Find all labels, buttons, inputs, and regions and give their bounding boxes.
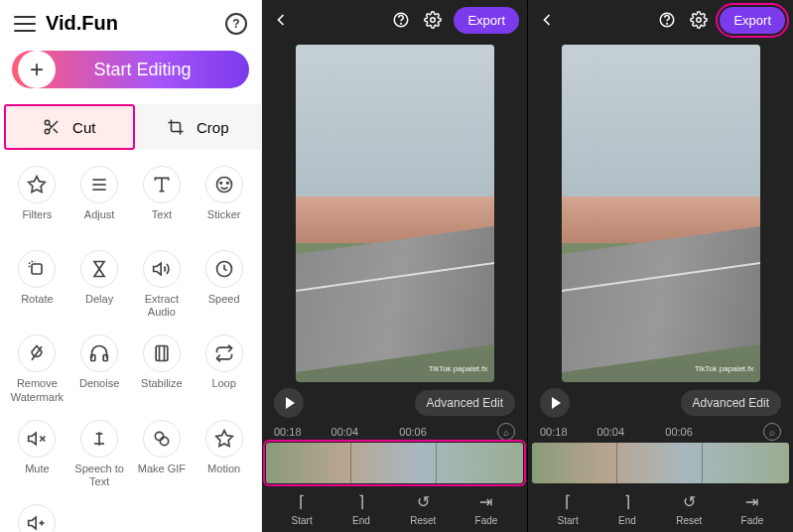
export-button[interactable]: Export xyxy=(720,7,785,34)
svg-rect-14 xyxy=(32,264,42,274)
svg-point-33 xyxy=(401,24,402,25)
plus-icon: + xyxy=(18,51,56,88)
tool-sticker[interactable]: Sticker xyxy=(193,160,255,240)
tool-label: Adjust xyxy=(84,208,115,234)
tool-mute[interactable]: Mute xyxy=(6,414,68,494)
tool-label: Mute xyxy=(25,463,49,488)
tab-crop[interactable]: Crop xyxy=(135,104,262,150)
tool-adjust[interactable]: Adjust xyxy=(68,160,131,240)
bracket-left-icon: ⌈ xyxy=(292,491,312,511)
tool-boost-volume[interactable]: Boost Volume xyxy=(6,498,68,532)
tool-label: Remove Watermark xyxy=(8,377,66,403)
editor-panel: ExportTikTok papalet.fxAdvanced Edit00:1… xyxy=(527,0,793,532)
bracket-left-icon: ⌈ xyxy=(558,491,578,511)
video-preview[interactable]: TikTok papalet.fx xyxy=(562,45,760,382)
svg-point-12 xyxy=(219,183,221,185)
settings-icon[interactable] xyxy=(422,9,444,31)
zoom-icon[interactable]: ⌕ xyxy=(497,423,515,441)
tool-remove-watermark[interactable]: Remove Watermark xyxy=(6,329,68,409)
trim-fade-button[interactable]: ⇥Fade xyxy=(475,491,498,526)
svg-point-1 xyxy=(45,129,50,134)
svg-point-36 xyxy=(667,24,668,25)
tool-filters[interactable]: Filters xyxy=(6,160,68,240)
tool-label: Delay xyxy=(85,293,113,319)
tool-icon xyxy=(143,334,181,372)
timeline[interactable] xyxy=(266,443,523,483)
trim-reset-button[interactable]: ↺Reset xyxy=(676,491,702,526)
back-icon[interactable] xyxy=(270,9,292,31)
svg-point-28 xyxy=(160,437,168,445)
help-icon[interactable]: ? xyxy=(225,13,247,35)
tool-text[interactable]: Text xyxy=(131,160,194,240)
tab-crop-label: Crop xyxy=(197,119,229,136)
tool-delay[interactable]: Delay xyxy=(68,244,131,325)
start-editing-button[interactable]: + Start Editing xyxy=(12,51,249,88)
trim-start-button[interactable]: ⌈Start xyxy=(558,491,579,526)
tool-label: Motion xyxy=(207,463,240,488)
watermark: TikTok papalet.fx xyxy=(429,364,488,374)
app-title: Vid.Fun xyxy=(46,12,225,35)
timeline[interactable] xyxy=(532,443,789,483)
tool-motion[interactable]: Motion xyxy=(193,414,255,494)
help-icon[interactable] xyxy=(656,9,678,31)
settings-icon[interactable] xyxy=(688,9,710,31)
svg-line-4 xyxy=(49,124,52,127)
tool-loop[interactable]: Loop xyxy=(193,329,255,409)
time-total: 00:18 xyxy=(274,426,302,438)
back-icon[interactable] xyxy=(536,9,558,31)
tool-icon xyxy=(80,250,118,288)
tool-speed[interactable]: Speed xyxy=(193,244,255,325)
tool-icon xyxy=(143,166,181,203)
help-icon[interactable] xyxy=(390,9,412,31)
tool-label: Denoise xyxy=(79,377,119,403)
tab-cut-label: Cut xyxy=(72,119,95,136)
svg-point-27 xyxy=(155,432,163,440)
tool-icon xyxy=(80,166,118,203)
trim-reset-button[interactable]: ↺Reset xyxy=(410,491,436,526)
advanced-edit-button[interactable]: Advanced Edit xyxy=(415,390,515,416)
editor-panel: ExportTikTok papalet.fxAdvanced Edit00:1… xyxy=(262,0,527,532)
tool-icon xyxy=(143,420,181,458)
tool-icon xyxy=(143,250,181,288)
time-mark: 00:04 xyxy=(331,426,359,438)
tool-make-gif[interactable]: Make GIF xyxy=(131,414,194,494)
trim-end-button[interactable]: ⌉End xyxy=(617,491,637,526)
play-button[interactable] xyxy=(540,388,570,418)
svg-rect-19 xyxy=(156,346,168,361)
svg-rect-18 xyxy=(103,355,107,361)
tool-label: Rotate xyxy=(21,293,53,319)
video-preview[interactable]: TikTok papalet.fx xyxy=(296,45,494,382)
trim-start-button[interactable]: ⌈Start xyxy=(292,491,313,526)
time-total: 00:18 xyxy=(540,426,568,438)
tool-icon xyxy=(205,420,243,458)
tab-cut[interactable]: Cut xyxy=(4,104,135,150)
advanced-edit-button[interactable]: Advanced Edit xyxy=(681,390,781,416)
tool-icon xyxy=(205,166,243,203)
tool-label: Sticker xyxy=(207,208,241,234)
svg-marker-5 xyxy=(29,177,46,193)
tool-label: Stabilize xyxy=(141,377,183,403)
tool-denoise[interactable]: Denoise xyxy=(68,329,131,409)
export-button[interactable]: Export xyxy=(454,7,519,34)
reset-icon: ↺ xyxy=(413,491,433,511)
tool-icon xyxy=(205,334,243,372)
menu-icon[interactable] xyxy=(14,16,36,32)
fade-icon: ⇥ xyxy=(742,491,762,511)
tool-label: Speed xyxy=(208,293,240,319)
tool-speech-to-text[interactable]: Speech to Text xyxy=(68,414,131,494)
tool-icon xyxy=(18,334,56,372)
svg-point-13 xyxy=(226,183,228,185)
tool-rotate[interactable]: Rotate xyxy=(6,244,68,325)
trim-fade-button[interactable]: ⇥Fade xyxy=(741,491,764,526)
tool-stabilize[interactable]: Stabilize xyxy=(131,329,194,409)
tool-icon xyxy=(18,250,56,288)
zoom-icon[interactable]: ⌕ xyxy=(763,423,781,441)
reset-icon: ↺ xyxy=(679,491,699,511)
trim-end-button[interactable]: ⌉End xyxy=(351,491,371,526)
start-label: Start Editing xyxy=(56,60,249,80)
play-button[interactable] xyxy=(274,388,304,418)
bracket-right-icon: ⌉ xyxy=(617,491,637,511)
tool-icon xyxy=(80,420,118,458)
tool-icon xyxy=(18,166,56,203)
tool-extract-audio[interactable]: Extract Audio xyxy=(131,244,194,325)
